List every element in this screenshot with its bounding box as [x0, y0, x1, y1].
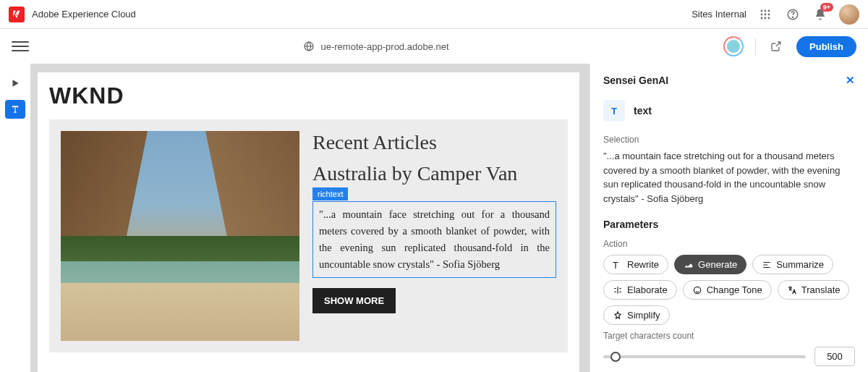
topbar: Adobe Experience Cloud Sites Internal 9+	[0, 0, 868, 29]
divider	[755, 38, 756, 55]
genai-panel: Sensei GenAI ✕ T text Selection "...a mo…	[590, 64, 868, 372]
svg-point-8	[768, 17, 770, 19]
product-name: Adobe Experience Cloud	[32, 9, 136, 20]
svg-point-7	[765, 17, 767, 19]
status-indicator[interactable]	[723, 36, 744, 56]
url-display: ue-remote-app-prod.adobe.net	[320, 41, 448, 52]
svg-point-4	[765, 13, 767, 15]
hamburger-menu-icon[interactable]	[12, 38, 29, 55]
svg-point-1	[765, 9, 767, 12]
content-card: Recent Articles Australia by Camper Van …	[49, 119, 568, 352]
secondary-bar: ue-remote-app-prod.adobe.net Publish	[0, 29, 868, 64]
selection-heading: Selection	[603, 135, 855, 145]
notifications-icon[interactable]: 9+	[812, 6, 829, 23]
svg-point-5	[768, 13, 770, 15]
text-component-icon[interactable]	[5, 100, 25, 119]
selection-preview: "...a mountain face stretching out for a…	[603, 149, 855, 206]
action-simplify[interactable]: Simplify	[603, 305, 670, 325]
adobe-logo	[9, 7, 25, 22]
preview-play-icon[interactable]	[5, 74, 25, 93]
parameters-heading: Parameters	[603, 219, 855, 230]
user-avatar[interactable]	[839, 4, 859, 25]
richtext-tag[interactable]: richtext	[312, 187, 348, 200]
target-count-input[interactable]: 500	[814, 347, 855, 366]
svg-point-12	[694, 287, 700, 293]
article-image	[61, 131, 299, 341]
action-translate[interactable]: Translate	[778, 280, 850, 300]
help-icon[interactable]	[784, 6, 801, 23]
panel-title: Sensei GenAI	[603, 75, 668, 86]
action-summarize[interactable]: Summarize	[752, 255, 833, 274]
notification-badge: 9+	[820, 3, 833, 12]
svg-point-0	[761, 9, 763, 12]
text-type-icon: T	[603, 100, 625, 122]
svg-point-3	[761, 13, 763, 15]
publish-button[interactable]: Publish	[796, 36, 856, 57]
action-change-tone[interactable]: Change Tone	[683, 280, 772, 300]
action-elaborate[interactable]: Elaborate	[603, 280, 677, 300]
editor-canvas: WKND Recent Articles Australia by Camper…	[30, 64, 590, 372]
open-external-icon[interactable]	[767, 38, 785, 55]
svg-point-10	[792, 17, 793, 17]
globe-icon	[303, 41, 315, 52]
left-rail	[0, 64, 30, 372]
target-count-slider[interactable]	[603, 355, 806, 358]
target-count-label: Target characters count	[603, 331, 855, 341]
sites-internal-label[interactable]: Sites Internal	[692, 9, 746, 20]
component-label: text	[634, 105, 652, 117]
svg-point-2	[768, 9, 770, 12]
apps-grid-icon[interactable]	[757, 6, 774, 23]
action-rewrite[interactable]: TRewrite	[603, 255, 668, 274]
action-generate[interactable]: Generate	[674, 255, 746, 274]
article-body-selected[interactable]: "...a mountain face stretching out for a…	[312, 201, 556, 279]
page-preview: WKND Recent Articles Australia by Camper…	[38, 72, 579, 372]
action-label: Action	[603, 239, 855, 249]
close-icon[interactable]: ✕	[846, 74, 855, 87]
show-more-button[interactable]: SHOW MORE	[312, 288, 396, 313]
article-title: Australia by Camper Van	[312, 161, 556, 186]
svg-point-6	[761, 17, 763, 19]
brand-logo-text: WKND	[49, 83, 568, 109]
section-title: Recent Articles	[312, 131, 556, 154]
